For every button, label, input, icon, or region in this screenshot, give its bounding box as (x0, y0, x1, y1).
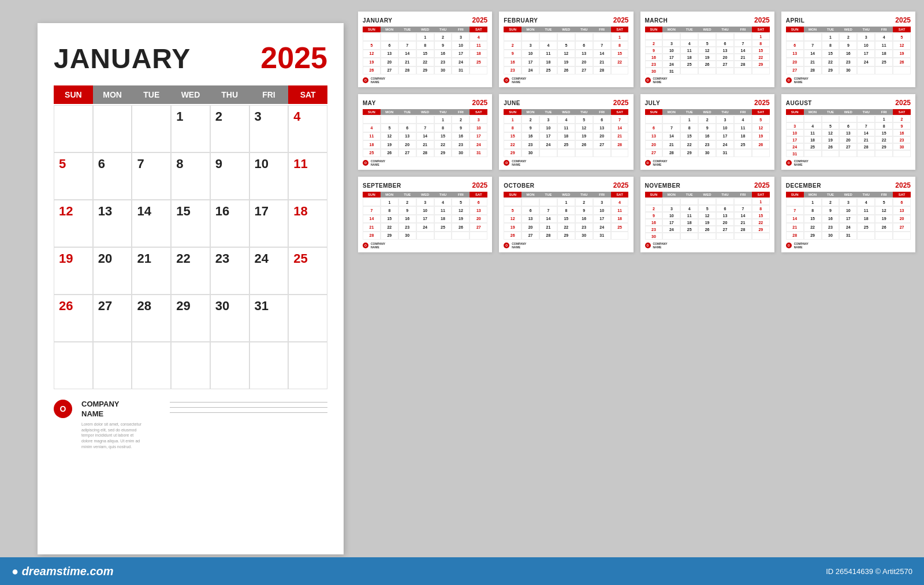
small-days-header: SUNMONTUEWEDTHUFRISAT (645, 192, 770, 198)
small-cal-cell: 12 (557, 50, 575, 58)
small-cal-cell: 11 (804, 129, 822, 136)
small-day-header: WED (839, 109, 857, 115)
small-cal-header: DECEMBER2025 (786, 181, 911, 189)
small-cal-cell (857, 150, 875, 157)
small-cal-cell: 20 (786, 58, 804, 66)
small-day-header: WED (557, 109, 575, 115)
small-cal-cell: 8 (381, 206, 398, 214)
small-cal-cell: 22 (381, 223, 398, 231)
small-cal-cell: 23 (434, 58, 452, 66)
small-cal-cell (662, 33, 680, 40)
small-calendar-july: JULY2025SUNMONTUEWEDTHUFRISAT12345678910… (640, 94, 774, 170)
small-cal-year-label: 2025 (754, 16, 770, 24)
small-cal-cell: 24 (539, 140, 557, 148)
small-cal-cell: 22 (680, 140, 698, 148)
small-cal-cell: 16 (893, 129, 911, 136)
main-cal-cell (171, 342, 210, 389)
main-cal-month: JANUARY (54, 43, 191, 74)
small-cal-cell: 10 (452, 41, 470, 49)
small-cal-cell: 5 (875, 198, 893, 206)
small-cal-cell: 15 (381, 215, 398, 223)
small-day-header: SUN (645, 192, 663, 198)
small-company-logo: O (645, 160, 651, 166)
small-cal-cell: 3 (470, 115, 487, 124)
small-cal-cell: 11 (857, 206, 875, 214)
small-cal-cell: 13 (716, 47, 734, 54)
small-cal-cell: 14 (416, 132, 434, 140)
small-cal-cell: 10 (521, 50, 539, 58)
main-cal-cell: 27 (93, 295, 132, 342)
small-day-header: TUE (680, 192, 698, 198)
small-company-logo: O (363, 77, 368, 83)
dreamstime-id: ID 265414639 © Artit2570 (826, 567, 912, 576)
small-cal-cell: 31 (839, 232, 857, 240)
small-cal-cell: 26 (363, 66, 381, 74)
small-day-header: WED (416, 27, 434, 32)
small-cal-cell: 22 (504, 140, 521, 148)
main-cal-cell: 6 (93, 152, 132, 200)
small-cal-month-label: JUNE (504, 100, 520, 106)
small-cal-cell: 25 (363, 149, 381, 157)
small-cal-cell (680, 233, 698, 240)
small-cal-cell: 17 (521, 58, 539, 66)
main-cal-cell: 9 (210, 152, 249, 200)
small-company-name: COMPANY NAME (653, 77, 668, 84)
dreamstime-logo: ● dreamstime.com (12, 565, 114, 578)
small-cal-cell: 15 (434, 132, 452, 140)
small-company-name: COMPANY NAME (794, 242, 808, 249)
small-cal-cell: 28 (857, 143, 875, 150)
small-cal-cell: 21 (804, 58, 822, 66)
small-day-header: WED (557, 192, 575, 198)
small-day-header: MON (662, 109, 680, 115)
small-cal-cell (734, 33, 752, 40)
small-cal-cell: 19 (381, 140, 398, 148)
small-cal-footer: OCOMPANY NAME (504, 77, 628, 84)
main-cal-cell: 18 (288, 200, 327, 247)
small-day-header: SUN (504, 192, 521, 198)
small-cal-cell: 20 (593, 132, 611, 140)
small-day-header: THU (575, 192, 593, 198)
small-cal-cell: 21 (662, 140, 680, 148)
small-cal-cell: 8 (875, 122, 893, 129)
small-cal-cell: 16 (822, 215, 840, 223)
small-cal-cell: 14 (734, 212, 752, 219)
small-cal-cell: 20 (521, 223, 539, 231)
small-company-name: COMPANY NAME (794, 159, 808, 166)
day-header-thu: THU (210, 85, 249, 104)
small-cal-cell: 17 (593, 215, 611, 223)
small-cal-cell: 13 (575, 50, 593, 58)
small-cal-cell (716, 68, 734, 74)
small-cal-cell (680, 68, 698, 74)
small-cal-cell: 6 (398, 124, 416, 132)
main-cal-cell: 10 (249, 152, 289, 200)
small-cal-cell: 31 (716, 149, 734, 157)
small-cal-cell: 27 (381, 66, 398, 74)
small-cal-cell: 30 (452, 149, 470, 157)
small-cal-cell: 14 (734, 47, 752, 54)
small-cal-year-label: 2025 (613, 181, 629, 189)
main-cal-cell: 1 (171, 105, 210, 152)
small-day-header: FRI (452, 109, 470, 115)
small-day-header: THU (575, 27, 593, 32)
small-cal-cell: 18 (804, 136, 822, 143)
small-cal-cell: 21 (734, 219, 752, 226)
small-cal-cell (363, 198, 381, 206)
small-calendar-october: OCTOBER2025SUNMONTUEWEDTHUFRISAT12345678… (499, 177, 633, 252)
small-cal-cell (698, 68, 716, 74)
small-cal-cell: 6 (839, 122, 857, 129)
small-calendar-may: MAY2025SUNMONTUEWEDTHUFRISAT123456789101… (358, 94, 492, 170)
small-cal-cell (734, 149, 752, 157)
small-cal-cell: 13 (521, 215, 539, 223)
small-cal-cell: 9 (698, 124, 716, 132)
small-cal-cell: 21 (593, 58, 611, 66)
small-cal-cell: 1 (416, 33, 434, 41)
small-day-header: SAT (470, 109, 487, 115)
small-cal-cell: 8 (680, 124, 698, 132)
small-cal-cell: 9 (504, 50, 521, 58)
small-day-header: TUE (539, 192, 557, 198)
main-cal-footer: O COMPANYNAME Lorem dolor sit amet, cons… (54, 400, 327, 450)
small-day-header: SUN (504, 27, 521, 32)
small-cal-cell (875, 66, 893, 74)
small-days-header: SUNMONTUEWEDTHUFRISAT (504, 192, 628, 198)
small-cal-cell: 21 (416, 140, 434, 148)
